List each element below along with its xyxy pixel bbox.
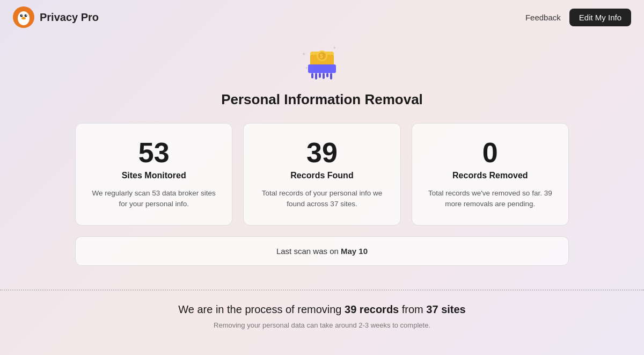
svg-point-5 <box>21 15 23 16</box>
svg-point-4 <box>25 15 27 17</box>
records-removed-number: 0 <box>425 139 555 166</box>
svg-point-3 <box>20 15 23 17</box>
svg-text:✦: ✦ <box>305 66 308 70</box>
records-removed-label: Records Removed <box>425 171 555 180</box>
hero-icon: ✦ ✦ ✦ $ <box>301 40 343 83</box>
svg-text:$: $ <box>320 53 323 59</box>
scan-date: May 10 <box>341 247 368 256</box>
svg-rect-17 <box>308 64 336 73</box>
records-found-number: 39 <box>257 139 387 166</box>
logo-text: Privacy Pro <box>40 11 99 24</box>
svg-rect-19 <box>315 73 317 79</box>
svg-rect-23 <box>330 73 332 79</box>
removal-middle: from <box>399 303 426 315</box>
svg-point-6 <box>26 15 27 16</box>
sites-monitored-card: 53 Sites Monitored We regularly scan 53 … <box>75 123 232 226</box>
removal-records-count: 39 records <box>345 303 399 315</box>
svg-text:✦: ✦ <box>302 51 306 57</box>
svg-text:✦: ✦ <box>333 46 336 50</box>
logo-area: Privacy Pro <box>13 6 99 28</box>
records-found-label: Records Found <box>257 171 387 180</box>
edit-info-button[interactable]: Edit My Info <box>569 9 631 26</box>
sites-monitored-number: 53 <box>89 139 219 166</box>
svg-rect-22 <box>326 73 328 77</box>
bottom-section: We are in the process of removing 39 rec… <box>0 303 644 329</box>
records-removed-desc: Total records we've removed so far. 39 m… <box>425 188 555 210</box>
sites-monitored-label: Sites Monitored <box>89 171 219 180</box>
section-divider <box>0 289 644 291</box>
svg-rect-21 <box>323 73 325 79</box>
removal-subtext: Removing your personal data can take aro… <box>54 321 590 329</box>
stats-row: 53 Sites Monitored We regularly scan 53 … <box>75 123 569 226</box>
records-found-card: 39 Records Found Total records of your p… <box>243 123 400 226</box>
removal-sites-count: 37 sites <box>426 303 465 315</box>
svg-rect-20 <box>319 73 321 78</box>
scan-banner: Last scan was on May 10 <box>75 236 569 266</box>
sites-monitored-desc: We regularly scan 53 data broker sites f… <box>89 188 219 210</box>
scan-prefix: Last scan was on <box>276 247 341 256</box>
records-found-desc: Total records of your personal info we f… <box>257 188 387 210</box>
removal-prefix: We are in the process of removing <box>178 303 345 315</box>
svg-rect-18 <box>311 73 313 78</box>
svg-point-8 <box>23 17 25 18</box>
app-header: Privacy Pro Feedback Edit My Info <box>0 0 644 34</box>
page-title: Personal Information Removal <box>221 91 423 108</box>
header-actions: Feedback Edit My Info <box>525 9 631 26</box>
main-content: ✦ ✦ ✦ $ Personal Information Removal 53 … <box>0 34 644 289</box>
records-removed-card: 0 Records Removed Total records we've re… <box>412 123 569 226</box>
ddg-logo-icon <box>13 6 34 28</box>
removal-headline: We are in the process of removing 39 rec… <box>54 303 590 316</box>
feedback-button[interactable]: Feedback <box>525 13 561 22</box>
